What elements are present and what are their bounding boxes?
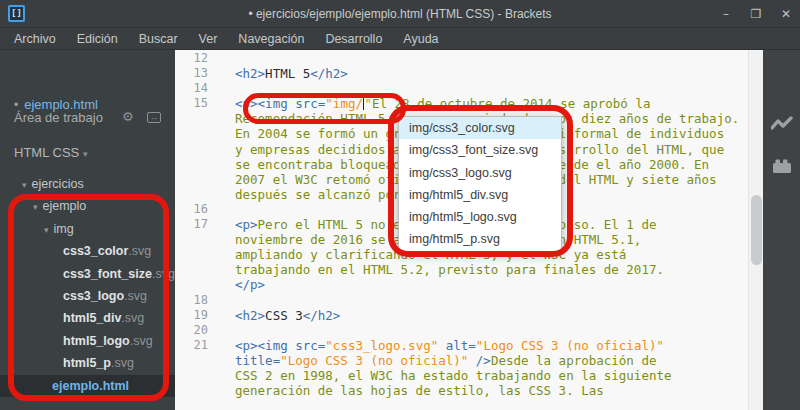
tree-item-css3_color[interactable]: css3_color.svg — [0, 240, 175, 262]
menu-item-ver[interactable]: Ver — [199, 32, 218, 46]
file-extension: .svg — [128, 244, 151, 258]
hint-item-img-css3-logo-svg[interactable]: img/css3_logo.svg — [399, 162, 561, 184]
tree-item-html5_div[interactable]: html5_div.svg — [0, 307, 175, 329]
line-number: 14 — [175, 81, 208, 96]
file-label: css3_font_size — [63, 267, 152, 281]
line-number: 15 — [175, 96, 208, 111]
file-extension: .svg — [121, 311, 144, 325]
code-row: 19<h2>CSS 3</h2> — [175, 308, 763, 323]
code-row: 13<h2>HTML 5</h2> — [175, 66, 763, 81]
code-row: 12 — [175, 51, 763, 66]
line-number: 13 — [175, 66, 208, 81]
folder-label: img — [54, 222, 74, 236]
line-number: 16 — [175, 202, 208, 217]
code-row: generación de las hojas de estilo, las C… — [175, 383, 763, 398]
folder-label: ejercicios — [32, 177, 84, 191]
file-label: css3_color — [63, 244, 128, 258]
close-button[interactable]: ✕ — [778, 7, 794, 21]
right-toolbar — [763, 50, 800, 410]
scrollbar-thumb[interactable] — [751, 195, 762, 265]
file-label: html5_logo — [63, 334, 130, 348]
tree-item-ejemplo[interactable]: ▾ejemplo — [0, 195, 175, 217]
active-file-label: ejemplo.html — [52, 379, 129, 393]
file-label: html5_p — [63, 356, 111, 370]
hint-item-img-css3-font-size-svg[interactable]: img/css3_font_size.svg — [399, 139, 561, 161]
tree-expand-arrow-icon[interactable]: ▾ — [22, 180, 27, 190]
tree-expand-arrow-icon[interactable]: ▾ — [33, 202, 38, 212]
folder-label: ejemplo — [43, 199, 87, 213]
line-number: 17 — [175, 217, 208, 232]
hint-item-img-html5-div-svg[interactable]: img/html5_div.svg — [399, 184, 561, 206]
hint-item-img-html5-p-svg[interactable]: img/html5_p.svg — [399, 228, 561, 250]
project-tree: ▾ejercicios▾ejemplo▾imgcss3_color.svgcss… — [0, 173, 175, 397]
file-extension: .svg — [124, 289, 147, 303]
window-title: • ejercicios/ejemplo/ejemplo.html (HTML … — [0, 0, 800, 28]
menu-item-buscar[interactable]: Buscar — [139, 32, 178, 46]
menu-item-edicion[interactable]: Edición — [77, 32, 118, 46]
titlebar: [] • ejercicios/ejemplo/ejemplo.html (HT… — [0, 0, 800, 28]
line-number: 18 — [175, 293, 208, 308]
brackets-window: [] • ejercicios/ejemplo/ejemplo.html (HT… — [0, 0, 800, 410]
code-row: 20 — [175, 323, 763, 338]
live-preview-icon[interactable] — [763, 116, 800, 138]
tree-expand-arrow-icon[interactable]: ▾ — [44, 225, 49, 235]
project-name: HTML CSS — [14, 145, 79, 160]
line-number: 12 — [175, 51, 208, 66]
code-row: trabajando en el HTML 5.2, previsto para… — [175, 262, 763, 277]
project-switcher[interactable]: HTML CSS ▾ — [14, 145, 87, 160]
hint-item-img-css3-color-svg[interactable]: img/css3_color.svg — [399, 117, 561, 139]
maximize-button[interactable]: ❐ — [748, 7, 764, 21]
tree-item-html5_logo[interactable]: html5_logo.svg — [0, 330, 175, 352]
extension-manager-icon[interactable] — [763, 158, 800, 178]
code-row: </p> — [175, 277, 763, 292]
tree-item-html5_p[interactable]: html5_p.svg — [0, 352, 175, 374]
minimize-button[interactable]: – — [718, 7, 734, 21]
code-row: 18 — [175, 293, 763, 308]
autocomplete-dropdown: img/css3_color.svgimg/css3_font_size.svg… — [398, 116, 562, 252]
code-row: title="Logo CSS 3 (no oficial)" />Desde … — [175, 353, 763, 368]
menu-item-desarrollo[interactable]: Desarrollo — [325, 32, 382, 46]
chevron-down-icon: ▾ — [83, 149, 88, 159]
sidebar: Área de trabajo ⚙ ↔ •ejemplo.html HTML C… — [0, 50, 175, 410]
hint-item-img-html5-logo-svg[interactable]: img/html5_logo.svg — [399, 206, 561, 228]
code-row: CSS 2 en 1998, el W3C ha estado trabajan… — [175, 368, 763, 383]
tree-item-css3_font_size[interactable]: css3_font_size.svg — [0, 263, 175, 285]
tree-item-ejercicios[interactable]: ▾ejercicios — [0, 173, 175, 195]
working-file-ejemplo[interactable]: •ejemplo.html — [0, 93, 175, 115]
line-number: 21 — [175, 338, 208, 353]
tree-item-img[interactable]: ▾img — [0, 218, 175, 240]
line-number: 20 — [175, 323, 208, 338]
menu-item-archivo[interactable]: Archivo — [14, 32, 56, 46]
file-extension: .svg — [130, 334, 153, 348]
working-file-name: ejemplo.html — [24, 97, 98, 112]
file-label: css3_logo — [63, 289, 124, 303]
editor-scrollbar[interactable] — [748, 50, 763, 410]
code-row: 21<p><img src="css3_logo.svg" alt="Logo … — [175, 338, 763, 353]
tree-item-css3_logo[interactable]: css3_logo.svg — [0, 285, 175, 307]
line-number: 19 — [175, 308, 208, 323]
file-extension: .svg — [152, 267, 175, 281]
tree-item-ejemplo-html[interactable]: ejemplo.html — [0, 375, 175, 397]
code-row: 15<p><img src="img/"El 28 de octubre de … — [175, 96, 763, 111]
menu-item-navegacion[interactable]: Navegación — [238, 32, 304, 46]
file-extension: .svg — [111, 356, 134, 370]
menubar: ArchivoEdiciónBuscarVerNavegaciónDesarro… — [0, 28, 800, 50]
file-label: html5_div — [63, 311, 121, 325]
menu-item-ayuda[interactable]: Ayuda — [403, 32, 438, 46]
code-row: 14 — [175, 81, 763, 96]
unsaved-dot: • — [14, 98, 18, 112]
